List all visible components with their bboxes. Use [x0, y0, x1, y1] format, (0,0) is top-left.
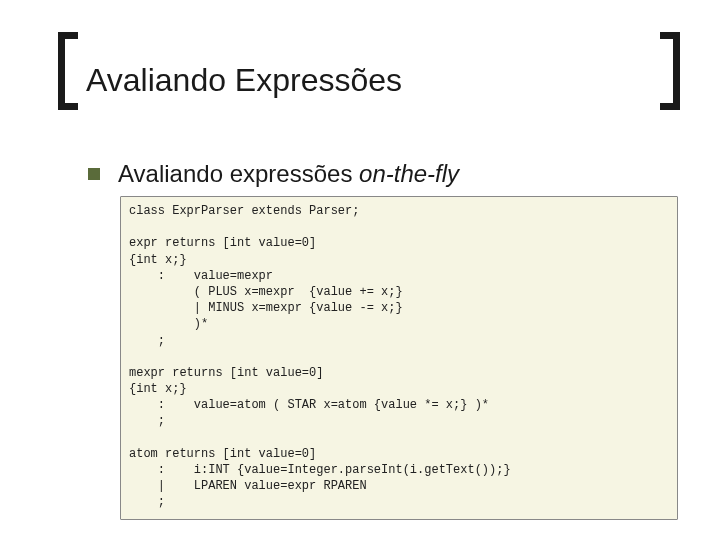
square-bullet-icon	[88, 168, 100, 180]
subtitle-italic: on-the-fly	[359, 160, 459, 187]
subtitle-text: Avaliando expressões on-the-fly	[118, 160, 459, 188]
slide-title: Avaliando Expressões	[86, 62, 402, 99]
title-bracket-left	[58, 32, 78, 110]
bullet-item: Avaliando expressões on-the-fly	[88, 160, 459, 188]
subtitle-prefix: Avaliando expressões	[118, 160, 359, 187]
code-content: class ExprParser extends Parser; expr re…	[129, 203, 669, 511]
code-block: class ExprParser extends Parser; expr re…	[120, 196, 678, 520]
title-bracket-right	[660, 32, 680, 110]
